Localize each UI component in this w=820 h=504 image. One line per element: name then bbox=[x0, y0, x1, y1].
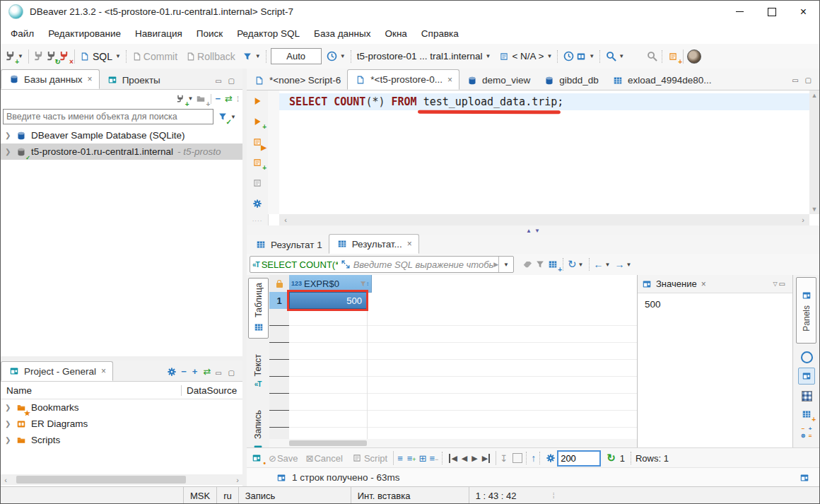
value-content[interactable]: 500 bbox=[638, 293, 793, 315]
chevron-right-icon[interactable]: ❯ bbox=[5, 131, 15, 139]
cancel-button[interactable]: Cancel bbox=[314, 453, 342, 464]
delete-row-icon[interactable]: ≡− bbox=[430, 453, 439, 464]
more-icon[interactable]: ▶ bbox=[493, 261, 498, 268]
chevron-right-icon[interactable]: ❯ bbox=[5, 436, 15, 444]
sql-statement[interactable]: SELECT COUNT(*) FROM test_upload_data.tr… bbox=[289, 93, 563, 110]
tab-exload[interactable]: exload_4994de80... bbox=[605, 71, 718, 90]
sql-editor-icon[interactable] bbox=[78, 50, 91, 63]
tree-item-scripts[interactable]: ❯ Scripts bbox=[1, 432, 242, 448]
metadata-panel-icon[interactable] bbox=[799, 388, 814, 404]
chevron-right-icon[interactable]: ❯ bbox=[5, 148, 15, 156]
transaction-log-icon[interactable] bbox=[241, 50, 254, 63]
menu-database[interactable]: База данных bbox=[307, 28, 377, 39]
last-row-icon[interactable]: ▶ bbox=[482, 454, 490, 463]
back-dropdown-icon[interactable]: ▼ bbox=[605, 262, 611, 268]
execute-script-icon[interactable]: ▶ bbox=[251, 136, 264, 148]
menu-navigation[interactable]: Навигация bbox=[128, 28, 189, 39]
tree-item-t5-prostore[interactable]: ❯ ✓ t5-prostore-01.ru-central1.internal … bbox=[1, 143, 242, 160]
commit-button[interactable]: Commit bbox=[144, 51, 177, 62]
refresh-dropdown-icon[interactable]: ▼ bbox=[578, 262, 584, 268]
link-editor-icon[interactable]: ⇄ bbox=[225, 93, 233, 104]
filter-input-box[interactable]: «T SELECT COUNT(*) FROM t Введите SQL вы… bbox=[250, 256, 514, 273]
editor-horizontal-scrollbar[interactable]: ‹ › bbox=[279, 214, 809, 225]
connect-icon[interactable] bbox=[33, 50, 45, 63]
view-tab-grid[interactable]: Таблица bbox=[248, 278, 269, 339]
close-icon[interactable]: × bbox=[88, 74, 93, 84]
search-dropdown-icon[interactable]: ▼ bbox=[619, 53, 624, 59]
sql-editor-dropdown-icon[interactable]: ▼ bbox=[115, 53, 121, 59]
execute-statement-icon[interactable] bbox=[251, 95, 264, 107]
scrollbar-thumb[interactable] bbox=[16, 476, 186, 484]
value-tab-label[interactable]: Значение bbox=[656, 279, 697, 289]
editor-gear-icon[interactable] bbox=[251, 197, 264, 210]
transaction-history-icon[interactable] bbox=[326, 50, 339, 63]
menu-sql-editor[interactable]: Редактор SQL bbox=[230, 28, 307, 39]
scroll-left-icon[interactable]: ‹ bbox=[281, 216, 291, 224]
minimize-panel-icon[interactable]: ▭ ▢ bbox=[215, 369, 237, 377]
tab-script-6[interactable]: *<none> Script-6 bbox=[247, 71, 347, 90]
new-folder-icon[interactable]: + bbox=[194, 93, 207, 105]
disconnect-icon[interactable]: × bbox=[58, 50, 71, 63]
grid-settings-gear-icon[interactable] bbox=[544, 452, 557, 464]
export-grid-icon[interactable]: • bbox=[250, 452, 263, 464]
close-button[interactable]: × bbox=[787, 1, 819, 23]
network-dropdown-icon[interactable]: ▼ bbox=[589, 53, 594, 59]
grid-horizontal-scrollbar[interactable] bbox=[269, 439, 638, 447]
menu-windows[interactable]: Окна bbox=[377, 28, 414, 39]
expand-filter-icon[interactable] bbox=[339, 258, 352, 271]
save-button[interactable]: Save bbox=[277, 453, 298, 464]
reconnect-icon[interactable]: ↻ bbox=[45, 50, 58, 63]
panel-menu-icon[interactable]: ▽ bbox=[773, 281, 777, 287]
view-tab-text[interactable]: Текст «T bbox=[248, 346, 267, 397]
tab-project-general[interactable]: Project - General × bbox=[1, 361, 113, 381]
empty-grid-rows[interactable] bbox=[289, 309, 638, 439]
scroll-down-icon[interactable]: ▼ bbox=[812, 206, 818, 213]
calc-panel-icon[interactable]: −+⊗= bbox=[799, 425, 814, 440]
code-area[interactable]: SELECT COUNT(*) FROM test_upload_data.tr… bbox=[279, 90, 809, 214]
search-metadata-icon[interactable] bbox=[604, 50, 617, 63]
connection-dropdown-icon[interactable]: ▼ bbox=[485, 53, 491, 59]
tab-script-7-active[interactable]: *<t5-prostore-0... × bbox=[347, 69, 459, 90]
maximize-button[interactable] bbox=[756, 1, 787, 23]
tab-result-2-active[interactable]: Результат... × bbox=[329, 234, 419, 254]
tree-item-er-diagrams[interactable]: ❯ ER Diagrams bbox=[1, 416, 242, 432]
new-connection-icon[interactable]: + bbox=[174, 93, 187, 105]
scrollbar-thumb[interactable] bbox=[289, 440, 367, 446]
scroll-up-icon[interactable]: ▲ bbox=[812, 92, 818, 99]
edit-value-icon[interactable]: ≡ bbox=[397, 453, 403, 464]
expand-all-icon[interactable]: + bbox=[192, 366, 198, 377]
commit-mode-select[interactable]: Auto bbox=[271, 48, 322, 64]
chevron-right-icon[interactable]: ❯ bbox=[5, 420, 15, 428]
menu-file[interactable]: Файл bbox=[4, 28, 41, 39]
duplicate-row-icon[interactable]: ⊞ bbox=[419, 453, 427, 464]
menu-edit[interactable]: Редактирование bbox=[41, 28, 128, 39]
references-panel-icon[interactable] bbox=[799, 349, 814, 365]
collapse-up-icon[interactable]: ▲ bbox=[526, 228, 532, 234]
open-table-icon[interactable]: + bbox=[667, 50, 679, 63]
minimize-panel-icon[interactable]: ▭ ▢ bbox=[215, 77, 237, 85]
history-dropdown-icon[interactable]: ▼ bbox=[340, 53, 346, 59]
sql-editor-button[interactable]: SQL bbox=[93, 51, 112, 62]
timezone-label[interactable]: MSK bbox=[183, 487, 216, 504]
new-connection-icon[interactable]: + bbox=[4, 50, 16, 63]
chevron-right-icon[interactable]: ❯ bbox=[5, 404, 15, 411]
back-icon[interactable]: ← bbox=[594, 259, 604, 270]
forward-icon[interactable]: → bbox=[614, 259, 624, 270]
column-filter-sort-icon[interactable]: ↕ bbox=[360, 277, 369, 290]
object-search-input[interactable] bbox=[3, 109, 213, 124]
rollback-button[interactable]: Rollback bbox=[197, 51, 235, 62]
project-horizontal-scrollbar[interactable]: ‹ › bbox=[1, 474, 242, 485]
gear-icon[interactable] bbox=[165, 365, 178, 378]
tab-result-1[interactable]: Результат 1 bbox=[248, 235, 329, 254]
first-row-icon[interactable]: ◀ bbox=[449, 454, 457, 463]
panels-toggle-button[interactable]: Panels bbox=[796, 277, 816, 344]
view-menu-icon[interactable]: ⁞ bbox=[237, 95, 240, 103]
link-editor-icon[interactable]: ⇄ bbox=[203, 366, 211, 377]
menu-search[interactable]: Поиск bbox=[189, 28, 230, 39]
fetch-all-icon[interactable] bbox=[512, 453, 522, 463]
refresh-results-icon[interactable]: ↻ bbox=[568, 258, 577, 271]
filter-placeholder[interactable]: Введите SQL выражение чтобы отфильтро bbox=[353, 259, 493, 270]
execute-script-new-tab-icon[interactable]: + bbox=[251, 156, 264, 169]
dashboard-icon[interactable] bbox=[562, 50, 575, 63]
collapse-down-icon[interactable]: ▼ bbox=[534, 228, 540, 234]
